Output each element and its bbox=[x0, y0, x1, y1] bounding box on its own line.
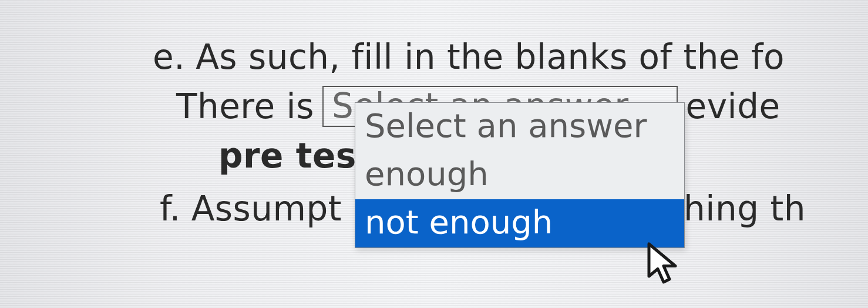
item-label-f: f. bbox=[160, 184, 181, 233]
answer-select-listbox[interactable]: Select an answer enough not enough bbox=[355, 102, 685, 248]
pre-test-label: pre test bbox=[218, 131, 373, 180]
question-f-text-after: hing th bbox=[684, 184, 806, 233]
question-e-text-1: As such, fill in the blanks of the fo bbox=[196, 32, 785, 82]
question-e-line1: e. As such, fill in the blanks of the fo bbox=[153, 32, 868, 82]
question-f-text-before: Assumpt bbox=[191, 184, 342, 233]
line2-suffix: evide bbox=[686, 82, 780, 131]
option-not-enough[interactable]: not enough bbox=[355, 199, 684, 247]
line2-prefix: There is bbox=[176, 82, 314, 131]
document-viewport: e. As such, fill in the blanks of the fo… bbox=[0, 0, 868, 308]
item-label-e: e. bbox=[153, 32, 185, 82]
option-placeholder[interactable]: Select an answer bbox=[355, 103, 684, 151]
mouse-cursor-icon bbox=[646, 241, 681, 288]
option-enough[interactable]: enough bbox=[355, 151, 684, 199]
